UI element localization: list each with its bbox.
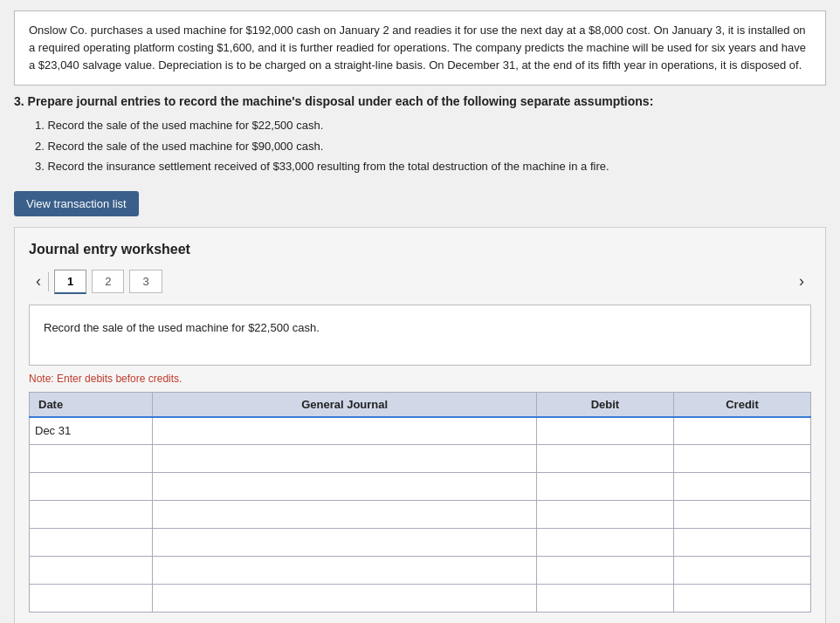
assumption-3: 3. Record the insurance settlement recei… (35, 156, 826, 176)
credit-input-5[interactable] (679, 534, 805, 551)
debit-cell-5[interactable] (536, 529, 673, 557)
date-cell-1: Dec 31 (30, 417, 153, 445)
table-row (30, 557, 811, 585)
debit-input-3[interactable] (542, 478, 668, 495)
credit-input-6[interactable] (679, 562, 805, 578)
note-text: Note: Enter debits before credits. (29, 373, 811, 385)
credit-input-3[interactable] (679, 478, 805, 495)
debit-cell-1[interactable] (536, 417, 673, 445)
journal-input-3[interactable] (158, 478, 531, 495)
instruction-text: Record the sale of the used machine for … (44, 321, 320, 334)
credit-cell-2[interactable] (673, 445, 810, 473)
credit-cell-5[interactable] (673, 529, 810, 557)
debit-input-7[interactable] (542, 590, 668, 606)
debit-input-1[interactable] (542, 422, 668, 439)
debit-cell-6[interactable] (536, 557, 673, 585)
col-header-journal: General Journal (153, 392, 537, 417)
tab-prev-button[interactable]: ‹ (29, 270, 48, 292)
problem-text: Onslow Co. purchases a used machine for … (29, 24, 806, 72)
date-value-1: Dec 31 (35, 424, 71, 437)
problem-box: Onslow Co. purchases a used machine for … (14, 10, 826, 86)
journal-cell-5[interactable] (153, 529, 537, 557)
col-header-date: Date (30, 392, 153, 417)
section-number: 3. (14, 94, 24, 108)
journal-input-7[interactable] (158, 590, 531, 606)
date-cell-3 (30, 473, 153, 501)
view-transaction-list-button[interactable]: View transaction list (14, 191, 139, 216)
debit-input-4[interactable] (542, 506, 668, 523)
table-row (30, 585, 811, 613)
journal-cell-7[interactable] (153, 585, 537, 613)
col-header-credit: Credit (673, 392, 810, 417)
tab-2-button[interactable]: 2 (92, 270, 124, 293)
journal-input-1[interactable] (158, 422, 531, 439)
debit-cell-4[interactable] (536, 501, 673, 529)
assumption-1: 1. Record the sale of the used machine f… (35, 115, 826, 135)
debit-cell-2[interactable] (536, 445, 673, 473)
page-wrapper: Onslow Co. purchases a used machine for … (0, 10, 840, 623)
table-row (30, 445, 811, 473)
journal-input-2[interactable] (158, 450, 531, 467)
section-header: 3. Prepare journal entries to record the… (14, 94, 826, 108)
journal-cell-2[interactable] (153, 445, 537, 473)
table-row (30, 501, 811, 529)
credit-cell-6[interactable] (673, 557, 810, 585)
journal-input-4[interactable] (158, 506, 531, 523)
credit-cell-7[interactable] (673, 585, 810, 613)
journal-input-6[interactable] (158, 562, 531, 578)
credit-cell-1[interactable] (673, 417, 810, 445)
journal-input-5[interactable] (158, 534, 531, 551)
assumption-list: 1. Record the sale of the used machine f… (35, 115, 826, 176)
tab-next-button[interactable]: › (792, 270, 811, 292)
credit-input-7[interactable] (679, 590, 805, 606)
table-row (30, 473, 811, 501)
chevron-left-icon: ‹ (36, 272, 41, 290)
journal-cell-4[interactable] (153, 501, 537, 529)
table-row (30, 529, 811, 557)
tab-3-button[interactable]: 3 (129, 270, 162, 293)
debit-input-5[interactable] (542, 534, 668, 551)
date-cell-4 (30, 501, 153, 529)
date-cell-6 (30, 557, 153, 585)
journal-card: Journal entry worksheet ‹ 1 2 3 › Record… (14, 227, 826, 623)
debit-input-2[interactable] (542, 450, 668, 467)
chevron-right-icon: › (799, 272, 804, 290)
credit-cell-3[interactable] (673, 473, 810, 501)
debit-input-6[interactable] (542, 562, 668, 578)
journal-cell-1[interactable] (153, 417, 537, 445)
tab-1-button[interactable]: 1 (54, 270, 86, 294)
assumption-2: 2. Record the sale of the used machine f… (35, 136, 826, 156)
credit-input-4[interactable] (679, 506, 805, 523)
credit-input-2[interactable] (679, 450, 805, 467)
section-label: Prepare journal entries to record the ma… (28, 94, 654, 108)
credit-cell-4[interactable] (673, 501, 810, 529)
date-cell-5 (30, 529, 153, 557)
col-header-debit: Debit (536, 392, 673, 417)
debit-cell-3[interactable] (536, 473, 673, 501)
date-cell-2 (30, 445, 153, 473)
debit-cell-7[interactable] (536, 585, 673, 613)
journal-cell-3[interactable] (153, 473, 537, 501)
tab-navigation: ‹ 1 2 3 › (29, 270, 811, 294)
journal-cell-6[interactable] (153, 557, 537, 585)
journal-table: Date General Journal Debit Credit Dec 31 (29, 392, 811, 613)
instruction-box: Record the sale of the used machine for … (29, 305, 811, 366)
date-cell-7 (30, 585, 153, 613)
credit-input-1[interactable] (679, 422, 805, 439)
tab-separator (48, 272, 49, 291)
table-row: Dec 31 (30, 417, 811, 445)
journal-worksheet-title: Journal entry worksheet (29, 242, 811, 257)
